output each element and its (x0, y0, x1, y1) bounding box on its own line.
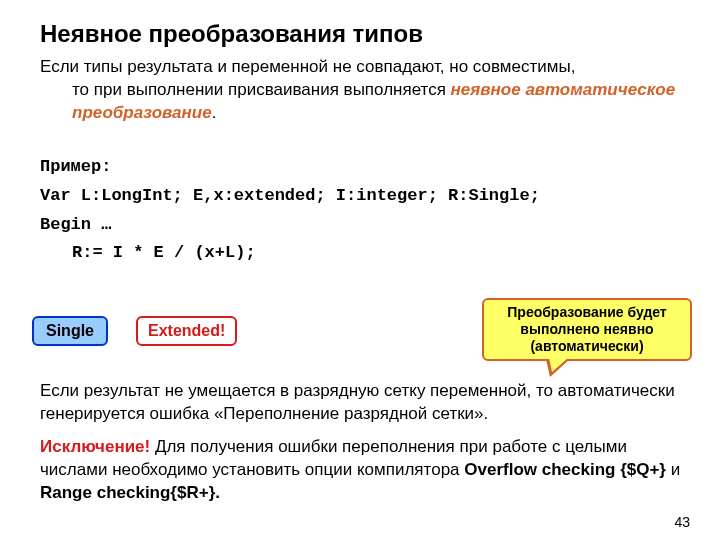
exception-label: Исключение! (40, 437, 150, 456)
code-l4: R:= I * E / (x+L); (40, 239, 692, 268)
code-example: Пример: Var L:LongInt; E,x:extended; I:i… (40, 153, 692, 269)
code-l3: Begin … (40, 211, 692, 240)
overflow-paragraph: Если результат не умещается в разрядную … (40, 380, 692, 426)
code-l1: Пример: (40, 153, 692, 182)
callout-single: Single (32, 316, 108, 346)
intro-paragraph: Если типы результата и переменной не сов… (40, 56, 692, 125)
callout-conversion-note: Преобразование будет выполнено неявно (а… (482, 298, 692, 360)
exception-paragraph: Исключение! Для получения ошибки перепол… (40, 436, 692, 505)
page-number: 43 (674, 514, 690, 530)
option-overflow: Overflow checking {$Q+} (464, 460, 666, 479)
exception-mid: и (666, 460, 680, 479)
intro-line2-post: . (212, 103, 217, 122)
code-l2: Var L:LongInt; E,x:extended; I:integer; … (40, 182, 692, 211)
intro-line1: Если типы результата и переменной не сов… (40, 57, 575, 76)
yellow-l3: (автоматически) (494, 338, 680, 355)
yellow-l2: выполнено неявно (494, 321, 680, 338)
yellow-l1: Преобразование будет (494, 304, 680, 321)
option-range: Range checking{$R+}. (40, 483, 220, 502)
callout-extended: Extended! (136, 316, 237, 346)
callouts-row: Single Extended! Преобразование будет вы… (40, 298, 692, 370)
slide-title: Неявное преобразования типов (40, 20, 692, 48)
intro-line2-pre: то при выполнении присваивания выполняет… (72, 80, 451, 99)
